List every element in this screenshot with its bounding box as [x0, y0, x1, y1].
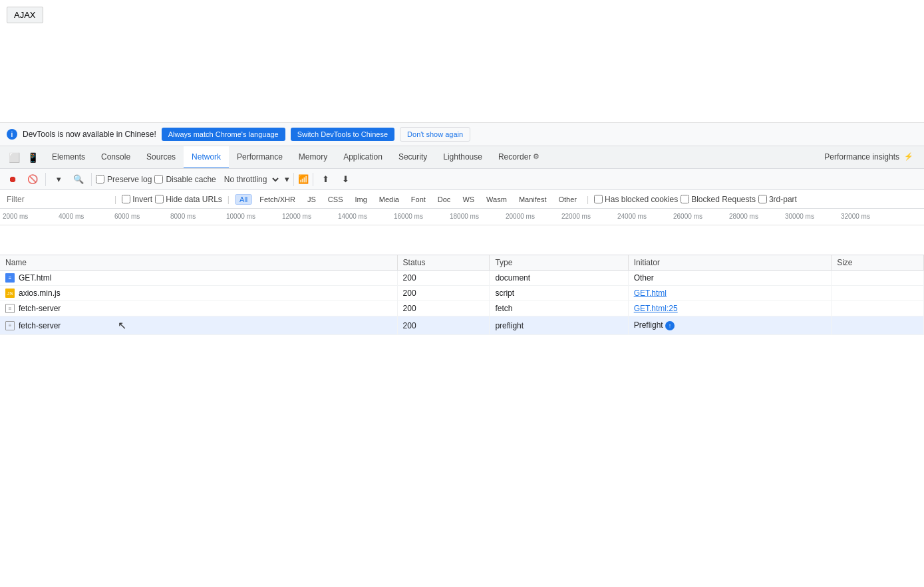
device-toolbar-icon[interactable]: 📱 [25, 150, 40, 165]
filter-type-doc[interactable]: Doc [433, 194, 456, 205]
row-initiator: GET.html [628, 286, 831, 301]
match-language-button[interactable]: Always match Chrome's language [162, 128, 285, 141]
col-size[interactable]: Size [832, 255, 924, 271]
switch-language-button[interactable]: Switch DevTools to Chinese [291, 128, 394, 141]
timeline-waterfall[interactable] [0, 225, 924, 255]
tick-22000: 22000 ms [559, 213, 615, 220]
toolbar-separator-2 [91, 173, 92, 186]
has-blocked-cookies-label[interactable]: Has blocked cookies [594, 195, 678, 204]
filter-icon-btn[interactable]: ▾ [50, 171, 67, 188]
row-status: 200 [397, 286, 490, 301]
tab-performance-insights[interactable]: Performance insights ⚡ [816, 146, 921, 169]
row-size [832, 316, 924, 335]
table-row[interactable]: ≡ fetch-server 200 fetch GET.html:25 [0, 301, 924, 316]
row-type: script [490, 286, 628, 301]
initiator-link[interactable]: GET.html [634, 289, 667, 298]
tick-12000: 12000 ms [279, 213, 335, 220]
disable-cache-checkbox[interactable] [154, 175, 163, 183]
devtools-panel: ⬜ 📱 Elements Console Sources Network Per… [0, 146, 924, 586]
row-size [832, 271, 924, 286]
col-status[interactable]: Status [397, 255, 490, 271]
js-icon: JS [5, 289, 15, 298]
preserve-log-checkbox[interactable] [96, 175, 104, 183]
invert-checkbox[interactable] [122, 195, 130, 203]
table-row[interactable]: ≡ GET.html 200 document Other [0, 271, 924, 286]
disable-cache-checkbox-label[interactable]: Disable cache [154, 175, 216, 184]
row-type: document [490, 271, 628, 286]
third-party-label[interactable]: 3rd-part [758, 195, 797, 204]
invert-checkbox-label[interactable]: Invert [122, 195, 152, 204]
blocked-requests-checkbox[interactable] [681, 195, 689, 203]
hide-data-urls-checkbox-label[interactable]: Hide data URLs [155, 195, 222, 204]
blocked-requests-label[interactable]: Blocked Requests [681, 195, 756, 204]
tick-24000: 24000 ms [615, 213, 671, 220]
filter-type-media[interactable]: Media [375, 194, 404, 205]
tab-memory[interactable]: Memory [291, 146, 335, 169]
filter-type-other[interactable]: Other [553, 194, 581, 205]
preserve-log-checkbox-label[interactable]: Preserve log [96, 175, 152, 184]
tab-sources[interactable]: Sources [138, 146, 184, 169]
filter-type-all[interactable]: All [235, 194, 252, 205]
fetch-icon: ≡ [5, 321, 15, 330]
perf-insights-icon: ⚡ [904, 152, 913, 161]
has-blocked-cookies-checkbox[interactable] [594, 195, 603, 203]
upload-icon-btn[interactable]: ⬆ [317, 171, 335, 188]
tab-security[interactable]: Security [390, 146, 435, 169]
hide-data-urls-checkbox[interactable] [155, 195, 164, 203]
row-initiator: Other [628, 271, 831, 286]
tab-lighthouse[interactable]: Lighthouse [435, 146, 490, 169]
wifi-icon: 📶 [298, 174, 309, 184]
row-name: ≡ fetch-server ↖ [0, 316, 397, 335]
tick-6000: 6000 ms [112, 213, 168, 220]
filter-type-ws[interactable]: WS [458, 194, 479, 205]
filter-type-wasm[interactable]: Wasm [482, 194, 512, 205]
col-type[interactable]: Type [490, 255, 628, 271]
tab-bar: ⬜ 📱 Elements Console Sources Network Per… [0, 146, 924, 169]
tab-network[interactable]: Network [184, 146, 229, 169]
row-status: 200 [397, 316, 490, 335]
filter-type-font[interactable]: Font [406, 194, 430, 205]
dont-show-again-button[interactable]: Don't show again [400, 127, 470, 142]
filter-input[interactable] [4, 193, 109, 205]
tab-bar-icons: ⬜ 📱 [3, 150, 44, 165]
inspect-icon[interactable]: ⬜ [7, 150, 21, 165]
notification-message: DevTools is now available in Chinese! [23, 130, 156, 139]
col-name[interactable]: Name [0, 255, 397, 271]
tick-2000: 2000 ms [0, 213, 56, 220]
toolbar-separator-1 [45, 173, 46, 186]
search-icon-btn[interactable]: 🔍 [70, 171, 87, 188]
tab-performance[interactable]: Performance [229, 146, 291, 169]
filter-type-img[interactable]: Img [350, 194, 371, 205]
tick-10000: 10000 ms [224, 213, 279, 220]
filter-type-js[interactable]: JS [303, 194, 321, 205]
stop-button[interactable]: 🚫 [24, 171, 41, 188]
tab-elements[interactable]: Elements [44, 146, 93, 169]
initiator-link[interactable]: GET.html:25 [634, 304, 678, 313]
cursor-indicator: ↖ [118, 319, 126, 332]
toolbar-separator-4 [313, 173, 313, 186]
tab-recorder[interactable]: Recorder ⚙ [490, 146, 547, 169]
row-size [832, 286, 924, 301]
filter-separator-1: | [114, 195, 116, 204]
tab-console[interactable]: Console [93, 146, 138, 169]
notification-bar: i DevTools is now available in Chinese! … [0, 123, 924, 146]
filter-type-css[interactable]: CSS [323, 194, 348, 205]
tick-18000: 18000 ms [447, 213, 503, 220]
third-party-checkbox[interactable] [758, 195, 767, 203]
table-row[interactable]: JS axios.min.js 200 script GET.html [0, 286, 924, 301]
row-initiator: Preflight ↑ [628, 316, 831, 335]
tick-32000: 32000 ms [838, 213, 894, 220]
download-icon-btn[interactable]: ⬇ [337, 171, 355, 188]
filter-type-fetch-xhr[interactable]: Fetch/XHR [255, 194, 300, 205]
tick-30000: 30000 ms [782, 213, 838, 220]
tab-application[interactable]: Application [335, 146, 390, 169]
recorder-icon: ⚙ [533, 152, 539, 161]
col-initiator[interactable]: Initiator [628, 255, 831, 271]
ajax-button[interactable]: AJAX [7, 7, 43, 23]
throttle-select[interactable]: No throttling [219, 173, 281, 186]
record-button[interactable]: ⏺ [4, 171, 21, 188]
table-row[interactable]: ≡ fetch-server ↖ 200 preflight Preflight… [0, 316, 924, 335]
tick-28000: 28000 ms [726, 213, 782, 220]
filter-separator-3: | [587, 195, 589, 204]
filter-type-manifest[interactable]: Manifest [514, 194, 551, 205]
